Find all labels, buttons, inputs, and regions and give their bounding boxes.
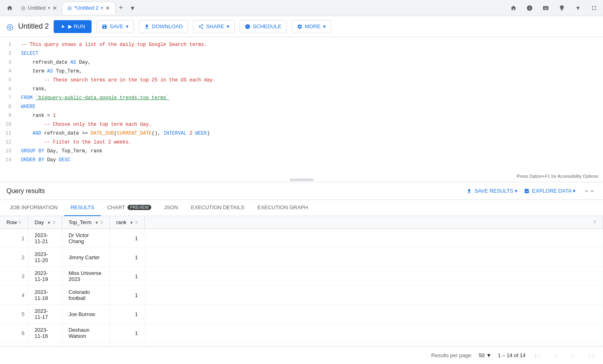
tab-query-icon: ◎: [67, 5, 72, 11]
save-results-button[interactable]: SAVE RESULTS ▾: [466, 188, 517, 194]
expand-collapse-button[interactable]: [582, 187, 597, 196]
more-tabs-button[interactable]: ▾: [127, 2, 138, 14]
prev-page-button[interactable]: ◁: [550, 350, 561, 361]
rank-sort-icon[interactable]: ▼: [129, 220, 134, 225]
topterm-sort-icon[interactable]: ▼: [95, 220, 99, 225]
cell-empty: [144, 267, 603, 286]
tab-execution-details[interactable]: EXECUTION DETAILS: [184, 200, 251, 216]
last-page-button[interactable]: ▷|: [585, 350, 597, 361]
pagination-bar: Results per page: 50 ▼ 1 – 14 of 14 |◁ ◁…: [0, 346, 603, 364]
cell-row-num: 4: [0, 286, 28, 305]
tab-bar: ◎ Untitled ▾ ✕ ◎ *Untitled 2 ▾ ✕ + ▾ ▾: [0, 0, 603, 16]
tab-label: Untitled: [28, 5, 46, 11]
code-content[interactable]: -- This query shows a list of the daily …: [16, 37, 603, 182]
cell-top-term: Miss Universe 2023: [62, 267, 109, 286]
lightbulb-icon-btn[interactable]: [556, 2, 568, 14]
table-row: 5 2023-11-17 Joe Burrow 1: [0, 305, 603, 324]
download-button[interactable]: DOWNLOAD: [139, 20, 188, 33]
cell-day: 2023-11-16: [28, 324, 62, 343]
more-button[interactable]: MORE ▾: [292, 20, 331, 33]
next-page-button[interactable]: ▷: [568, 350, 579, 361]
cell-empty: [144, 305, 603, 324]
cell-rank: 1: [110, 248, 144, 267]
info-icon-btn[interactable]: [524, 2, 535, 14]
row-resize-handle[interactable]: ⠿: [19, 220, 21, 225]
cell-rank: 1: [110, 305, 144, 324]
cell-row-num: 7: [0, 343, 28, 347]
results-table: Row ⠿ Day ▼ ⠿ Top_Term ▼ ⠿ rank: [0, 216, 603, 346]
day-sort-icon[interactable]: ▼: [47, 220, 51, 225]
cell-rank: 1: [110, 343, 144, 347]
table-row: 3 2023-11-19 Miss Universe 2023 1: [0, 267, 603, 286]
results-title: Query results: [6, 187, 466, 195]
cell-rank: 1: [110, 286, 144, 305]
tab-untitled[interactable]: ◎ Untitled ▾ ✕: [16, 2, 62, 15]
cell-empty: [144, 229, 603, 248]
cell-empty: [144, 248, 603, 267]
tab-results[interactable]: RESULTS: [64, 200, 101, 216]
more-icon-btn[interactable]: ▾: [572, 2, 584, 14]
results-table-container[interactable]: Row ⠿ Day ▼ ⠿ Top_Term ▼ ⠿ rank: [0, 216, 603, 346]
first-page-button[interactable]: |◁: [532, 350, 543, 361]
tab-dropdown-icon[interactable]: ▾: [48, 6, 50, 10]
share-button[interactable]: SHARE ▾: [193, 20, 235, 33]
table-resize-handle[interactable]: ⠿: [593, 220, 596, 225]
schedule-button[interactable]: SCHEDULE: [240, 20, 287, 33]
results-section: Query results SAVE RESULTS ▾ EXPLORE DAT…: [0, 182, 603, 364]
cell-row-num: 5: [0, 305, 28, 324]
chart-preview-badge: PREVIEW: [127, 205, 151, 210]
cell-day: 2023-11-15: [28, 343, 62, 347]
line-numbers: 1234567 891011121314: [0, 37, 16, 182]
save-button[interactable]: SAVE ▾: [96, 20, 134, 33]
tab-dropdown-icon[interactable]: ▾: [101, 6, 103, 10]
keyboard-icon-btn[interactable]: [540, 2, 551, 14]
rank-resize-handle[interactable]: ⠿: [135, 220, 138, 225]
cell-day: 2023-11-19: [28, 267, 62, 286]
results-header: Query results SAVE RESULTS ▾ EXPLORE DAT…: [0, 182, 603, 200]
cell-rank: 1: [110, 229, 144, 248]
fullscreen-icon-btn[interactable]: [588, 2, 600, 14]
col-header-row[interactable]: Row ⠿: [0, 216, 28, 229]
cell-top-term: Jimmy Carter: [62, 248, 109, 267]
col-header-day[interactable]: Day ▼ ⠿: [28, 216, 62, 229]
tab-json[interactable]: JSON: [158, 200, 185, 216]
cell-top-term: Joe Burrow: [62, 305, 109, 324]
tab-execution-graph[interactable]: EXECUTION GRAPH: [251, 200, 315, 216]
col-header-rank[interactable]: rank ▼ ⠿: [110, 216, 144, 229]
cell-row-num: 2: [0, 248, 28, 267]
cell-top-term: Dr Victor Chang: [62, 229, 109, 248]
cell-day: 2023-11-18: [28, 286, 62, 305]
close-icon[interactable]: ✕: [105, 5, 110, 11]
run-button[interactable]: ▶ RUN: [54, 20, 92, 33]
editor-scrollbar[interactable]: [290, 179, 314, 181]
explore-data-button[interactable]: EXPLORE DATA ▾: [524, 188, 576, 194]
page-info: 1 – 14 of 14: [498, 352, 526, 358]
cell-day: 2023-11-17: [28, 305, 62, 324]
tab-label: *Untitled 2: [74, 5, 98, 11]
page-size-selector[interactable]: 50 ▼: [479, 352, 491, 358]
table-row: 7 2023-11-15 Warriors 1: [0, 343, 603, 347]
close-icon[interactable]: ✕: [52, 5, 57, 11]
table-row: 4 2023-11-18 Colorado football 1: [0, 286, 603, 305]
day-resize-handle[interactable]: ⠿: [52, 220, 55, 225]
topterm-resize-handle[interactable]: ⠿: [100, 220, 103, 225]
tab-chart[interactable]: CHART PREVIEW: [101, 200, 158, 216]
main-toolbar: ◎ Untitled 2 ▶ RUN SAVE ▾ DOWNLOAD SHARE…: [0, 16, 603, 37]
cell-rank: 1: [110, 267, 144, 286]
cell-empty: [144, 286, 603, 305]
col-header-top-term[interactable]: Top_Term ▼ ⠿: [62, 216, 109, 229]
code-editor[interactable]: 1234567 891011121314 -- This query shows…: [0, 37, 603, 182]
new-tab-button[interactable]: +: [115, 2, 127, 14]
cell-rank: 1: [110, 324, 144, 343]
tab-untitled2[interactable]: ◎ *Untitled 2 ▾ ✕: [62, 2, 115, 15]
cell-day: 2023-11-21: [28, 229, 62, 248]
home-icon-btn[interactable]: [508, 2, 519, 14]
query-title: Untitled 2: [18, 22, 49, 31]
tab-query-icon: ◎: [21, 5, 25, 11]
home-button[interactable]: [3, 2, 16, 15]
results-per-page-label: Results per page:: [431, 352, 472, 358]
tab-job-information[interactable]: JOB INFORMATION: [3, 200, 64, 216]
cell-empty: [144, 324, 603, 343]
cell-empty: [144, 343, 603, 347]
col-header-extra: ⠿: [144, 216, 603, 229]
